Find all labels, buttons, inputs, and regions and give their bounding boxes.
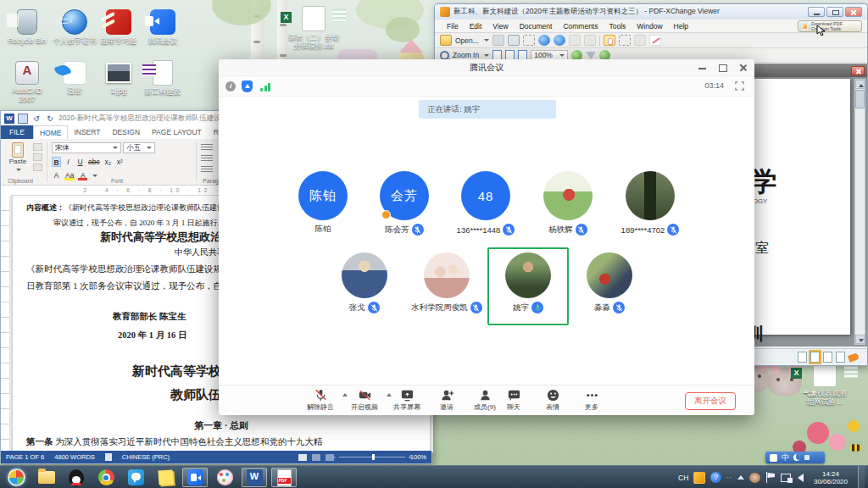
- maximize-button[interactable]: [719, 64, 727, 72]
- maximize-button[interactable]: [826, 7, 843, 17]
- cut-icon[interactable]: [33, 143, 42, 151]
- close-button[interactable]: [845, 7, 862, 17]
- network-icon[interactable]: [781, 473, 793, 483]
- zoom-slider-thumb[interactable]: [372, 454, 375, 460]
- open-button[interactable]: Open...: [455, 36, 479, 45]
- clock[interactable]: 14:2430/06/2020: [809, 470, 853, 485]
- minimize-button[interactable]: [698, 64, 707, 72]
- participant-tile[interactable]: 杨轶辉: [527, 166, 609, 247]
- first-page-icon[interactable]: [798, 352, 807, 363]
- taskbar-pdf-viewer[interactable]: [271, 468, 297, 487]
- participant-tile[interactable]: 189****4702: [609, 166, 691, 247]
- tab-file[interactable]: FILE: [1, 125, 33, 139]
- bullet-list-icon[interactable]: [201, 144, 213, 151]
- tab-design[interactable]: DESIGN: [106, 125, 146, 139]
- taskbar-qq[interactable]: [64, 468, 89, 487]
- word-count[interactable]: 4800 WORDS: [54, 453, 95, 461]
- select-tool-icon[interactable]: [619, 35, 631, 46]
- print-icon[interactable]: [508, 35, 520, 46]
- minimize-button[interactable]: [808, 7, 825, 17]
- paste-dropdown-caret[interactable]: [16, 169, 21, 171]
- taskbar-explorer[interactable]: [34, 468, 59, 487]
- pdf-vertical-scrollbar[interactable]: [854, 79, 865, 345]
- fullscreen-icon[interactable]: [735, 81, 744, 91]
- invite-button[interactable]: 邀请: [428, 388, 465, 412]
- zoom-level[interactable]: 100%: [410, 453, 426, 461]
- leave-meeting-button[interactable]: 离开会议: [685, 392, 736, 410]
- snapshot-icon[interactable]: [523, 35, 535, 46]
- desktop-icon-tencent-meeting[interactable]: 腾讯会议: [139, 8, 186, 45]
- bold-button[interactable]: B: [52, 157, 61, 167]
- show-desktop-button[interactable]: [858, 466, 865, 488]
- redo-icon[interactable]: [45, 114, 55, 124]
- ime-toolbar[interactable]: 中: [765, 452, 825, 463]
- ime-settings-icon[interactable]: [804, 455, 810, 460]
- align-icon[interactable]: [201, 166, 213, 173]
- participant-tile[interactable]: 张戈: [324, 247, 405, 325]
- read-mode-icon[interactable]: [298, 454, 307, 461]
- text-tool-icon[interactable]: [634, 35, 646, 46]
- menu-tools[interactable]: Tools: [609, 22, 626, 30]
- security-shield-icon[interactable]: [242, 80, 253, 92]
- redo-icon[interactable]: [584, 35, 596, 46]
- paste-button[interactable]: Paste: [5, 142, 31, 176]
- taskbar-chrome[interactable]: [93, 468, 119, 487]
- taskbar-word[interactable]: [242, 468, 267, 487]
- start-button[interactable]: [3, 468, 29, 487]
- save-icon[interactable]: [18, 114, 28, 124]
- emoji-button[interactable]: 表情: [534, 388, 571, 412]
- text-effects-button[interactable]: A: [52, 170, 61, 180]
- meeting-info-icon[interactable]: [225, 81, 236, 92]
- tab-page-layout[interactable]: PAGE LAYOUT: [146, 125, 208, 139]
- vertical-ruler[interactable]: [1, 196, 9, 452]
- scroll-up-arrow[interactable]: [855, 80, 865, 89]
- unmute-button[interactable]: 解除静音: [302, 388, 339, 412]
- desktop-icon-excel-schedule[interactable]: 课表（二）全期分班课排.xls: [280, 5, 348, 50]
- taskbar-sticky-notes[interactable]: [153, 468, 178, 487]
- chevron-down-icon[interactable]: [484, 54, 489, 57]
- ime-fullhalf-icon[interactable]: [793, 454, 800, 461]
- undo-icon[interactable]: [31, 114, 42, 124]
- font-name-select[interactable]: 宋体: [52, 142, 121, 153]
- subscript-button[interactable]: x₂: [103, 157, 113, 167]
- italic-button[interactable]: I: [64, 157, 73, 167]
- continuous-layout-icon[interactable]: [823, 352, 832, 363]
- desktop-icon-digital-cert[interactable]: 个人数字证书: [51, 8, 98, 45]
- line-tool-icon[interactable]: [649, 35, 661, 46]
- participant-tile[interactable]: 会芳 陈会芳: [364, 166, 445, 247]
- menu-file[interactable]: File: [447, 22, 459, 30]
- print-layout-icon[interactable]: [312, 454, 320, 461]
- copy-icon[interactable]: [33, 153, 42, 161]
- tab-home[interactable]: HOME: [33, 125, 69, 139]
- help-tray-icon[interactable]: [710, 472, 721, 483]
- hand-tool-icon[interactable]: [604, 35, 615, 46]
- scrollbar-thumb[interactable]: [855, 90, 865, 108]
- desktop-icon-excel-weather[interactable]: 气象仪器观测组网试验…: [790, 361, 860, 406]
- chevron-down-icon[interactable]: [92, 175, 97, 177]
- show-hidden-icons-arrow[interactable]: [737, 475, 744, 480]
- zoom-in-button[interactable]: Zoom In: [453, 51, 479, 59]
- language-indicator[interactable]: CHINESE (PRC): [122, 453, 170, 461]
- font-color-button[interactable]: A: [78, 170, 87, 180]
- participant-tile[interactable]: 淼淼: [569, 247, 650, 325]
- close-document-icon[interactable]: [851, 66, 865, 75]
- highlight-color-button[interactable]: Aa: [64, 170, 75, 180]
- desktop-icon-xunlei[interactable]: 迅雷: [51, 59, 98, 95]
- rotate-left-icon[interactable]: [538, 35, 550, 46]
- participant-tile[interactable]: 水利学院周俊凯: [406, 247, 487, 325]
- participant-tile[interactable]: 48 136****1448: [445, 166, 526, 247]
- start-video-button[interactable]: 开启视频: [346, 388, 383, 412]
- pan-tool-icon[interactable]: [848, 352, 860, 363]
- scroll-down-arrow[interactable]: [855, 335, 865, 344]
- menu-help[interactable]: Help: [674, 22, 688, 30]
- proofing-icon[interactable]: [105, 453, 112, 461]
- ime-tray-icon[interactable]: [693, 472, 705, 484]
- desktop-icon-autocad[interactable]: AutoCAD 2007: [3, 59, 51, 103]
- font-size-select[interactable]: 小五: [123, 142, 155, 153]
- clipboard-small-buttons[interactable]: [33, 143, 45, 174]
- desktop-icon-chaoxing[interactable]: 超星学习通: [95, 8, 142, 45]
- zoom-slider[interactable]: −+: [339, 457, 405, 458]
- page-indicator[interactable]: PAGE 1 OF 6: [6, 453, 44, 461]
- participant-tile-speaking[interactable]: 姚宇: [487, 247, 569, 325]
- participant-tile[interactable]: 陈铂 陈铂: [282, 166, 364, 247]
